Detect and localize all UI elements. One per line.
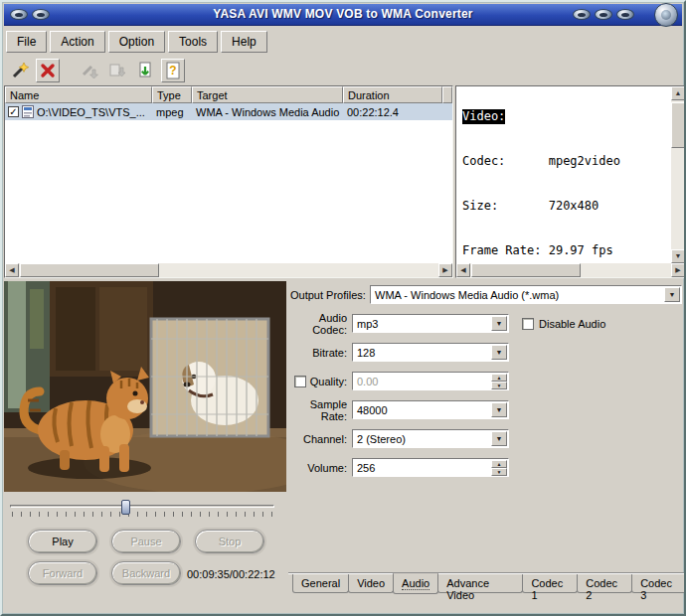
- file-row[interactable]: O:\VIDEO_TS\VTS_... mpeg WMA - Windows M…: [5, 103, 452, 120]
- menu-item-option[interactable]: Option: [108, 31, 165, 53]
- scroll-right-icon[interactable]: ▶: [438, 263, 452, 277]
- window-control-button-2[interactable]: [595, 9, 612, 20]
- spinner-down-icon[interactable]: ▼: [491, 468, 507, 476]
- volume-value: 256: [357, 462, 375, 474]
- spinner-down-icon[interactable]: ▼: [491, 382, 507, 389]
- file-row-checkbox[interactable]: [8, 106, 19, 117]
- video-frame: [4, 281, 286, 492]
- chevron-down-icon[interactable]: ▼: [491, 345, 507, 360]
- info-vscrollbar[interactable]: ▲ ▼: [671, 86, 685, 263]
- spinner-up-icon[interactable]: ▲: [491, 460, 507, 468]
- tab-audio[interactable]: Audio: [393, 573, 438, 594]
- menubar: File Action Option Tools Help: [6, 30, 680, 54]
- column-header-filler: [442, 86, 452, 103]
- info-hscrollbar[interactable]: ◀ ▶: [456, 263, 685, 277]
- bitrate-select[interactable]: 128 ▼: [352, 343, 509, 362]
- remove-file-button[interactable]: [36, 59, 60, 82]
- convert-icon: [80, 61, 99, 80]
- scroll-right-icon[interactable]: ▶: [671, 263, 685, 277]
- tab-video[interactable]: Video: [348, 574, 394, 593]
- scroll-left-icon[interactable]: ◀: [456, 263, 470, 277]
- file-type: mpeg: [152, 106, 192, 118]
- vscroll-thumb[interactable]: [671, 102, 685, 148]
- menu-item-action[interactable]: Action: [50, 31, 104, 53]
- channel-select[interactable]: 2 (Stereo) ▼: [352, 429, 509, 448]
- hscroll-thumb[interactable]: [471, 263, 581, 277]
- sample-rate-select[interactable]: 48000 ▼: [352, 400, 509, 419]
- menu-item-tools[interactable]: Tools: [168, 31, 218, 53]
- convert-all-icon: [107, 61, 127, 80]
- sample-rate-label: Sample Rate:: [288, 398, 352, 422]
- hscroll-thumb[interactable]: [20, 263, 159, 277]
- spinner-buttons[interactable]: ▲▼: [491, 460, 507, 475]
- playback-time: 00:09:35/00:22:12: [187, 568, 275, 580]
- seek-slider-thumb[interactable]: [121, 500, 130, 515]
- info-line: Size: 720x480: [462, 199, 669, 214]
- titlebar[interactable]: YASA AVI WMV MOV VOB to WMA Converter: [4, 4, 682, 26]
- stop-button[interactable]: Stop: [195, 530, 264, 553]
- column-header-duration[interactable]: Duration: [343, 86, 442, 103]
- info-line: Frame Rate: 29.97 fps: [462, 243, 669, 258]
- menu-item-help[interactable]: Help: [221, 31, 267, 53]
- channel-label: Channel:: [288, 433, 352, 445]
- tab-codec-1[interactable]: Codec 1: [522, 574, 578, 593]
- convert-selected-button[interactable]: [78, 59, 101, 82]
- bitrate-label: Bitrate:: [288, 347, 352, 359]
- add-file-button[interactable]: [8, 59, 32, 82]
- file-name: O:\VIDEO_TS\VTS_...: [37, 106, 145, 118]
- chevron-down-icon[interactable]: ▼: [664, 287, 680, 302]
- tab-codec-3[interactable]: Codec 3: [631, 574, 686, 593]
- chevron-down-icon[interactable]: ▼: [491, 431, 507, 446]
- audio-codec-value: mp3: [357, 318, 378, 330]
- media-info-panel: Video: Codec: mpeg2video Size: 720x480 F…: [455, 85, 686, 278]
- seek-slider-ticks: [12, 512, 274, 517]
- menu-item-file[interactable]: File: [6, 31, 47, 53]
- info-section-video: Video:: [462, 109, 505, 124]
- svg-text:?: ?: [169, 64, 176, 77]
- volume-label: Volume:: [288, 462, 352, 474]
- output-profiles-select[interactable]: WMA - Windows Media Audio (*.wma) ▼: [370, 285, 682, 304]
- volume-spinner[interactable]: 256 ▲▼: [352, 458, 509, 477]
- help-icon: ?: [163, 61, 183, 80]
- file-list-hscrollbar[interactable]: ◀ ▶: [5, 263, 452, 277]
- sample-rate-value: 48000: [357, 404, 388, 416]
- tab-advance-video[interactable]: Advance Video: [437, 574, 523, 593]
- spinner-up-icon[interactable]: ▲: [491, 374, 507, 382]
- scroll-down-icon[interactable]: ▼: [671, 249, 685, 263]
- disable-audio-checkbox[interactable]: [522, 318, 534, 330]
- column-header-type[interactable]: Type: [152, 86, 192, 103]
- chevron-down-icon[interactable]: ▼: [491, 316, 507, 331]
- backward-button[interactable]: Backward: [111, 561, 181, 585]
- add-file-icon: [10, 61, 30, 80]
- app-window: YASA AVI WMV MOV VOB to WMA Converter Fi…: [0, 0, 686, 616]
- start-convert-button[interactable]: [133, 59, 157, 82]
- seek-slider-track[interactable]: [10, 505, 274, 508]
- video-preview: [4, 281, 286, 492]
- pause-button[interactable]: Pause: [111, 530, 181, 553]
- settings-tabbar: General Video Audio Advance Video Codec …: [288, 573, 686, 596]
- tab-general[interactable]: General: [292, 574, 349, 593]
- chevron-down-icon[interactable]: ▼: [491, 402, 507, 417]
- file-list-header: Name Type Target Duration: [5, 86, 452, 103]
- window-control-button-1[interactable]: [573, 9, 591, 20]
- quality-label: Quality:: [310, 376, 347, 387]
- spinner-buttons[interactable]: ▲▼: [491, 374, 507, 388]
- forward-button[interactable]: Forward: [28, 561, 97, 585]
- quality-checkbox[interactable]: [294, 376, 306, 387]
- file-target: WMA - Windows Media Audio: [192, 106, 343, 118]
- media-info-text: Video: Codec: mpeg2video Size: 720x480 F…: [462, 79, 669, 263]
- play-button[interactable]: Play: [28, 530, 97, 553]
- seek-slider[interactable]: [10, 501, 274, 519]
- audio-codec-select[interactable]: mp3 ▼: [352, 314, 509, 333]
- scroll-left-icon[interactable]: ◀: [5, 263, 19, 277]
- audio-codec-label: Audio Codec:: [288, 312, 352, 336]
- tab-codec-2[interactable]: Codec 2: [577, 574, 632, 593]
- help-button[interactable]: ?: [161, 59, 185, 82]
- quality-spinner[interactable]: 0.00 ▲▼: [352, 372, 509, 390]
- column-header-target[interactable]: Target: [192, 86, 343, 103]
- scroll-up-icon[interactable]: ▲: [671, 86, 685, 100]
- window-control-button-3[interactable]: [616, 9, 634, 20]
- skin-knob-icon: [654, 3, 678, 27]
- column-header-name[interactable]: Name: [5, 86, 152, 103]
- convert-all-button[interactable]: [105, 59, 129, 82]
